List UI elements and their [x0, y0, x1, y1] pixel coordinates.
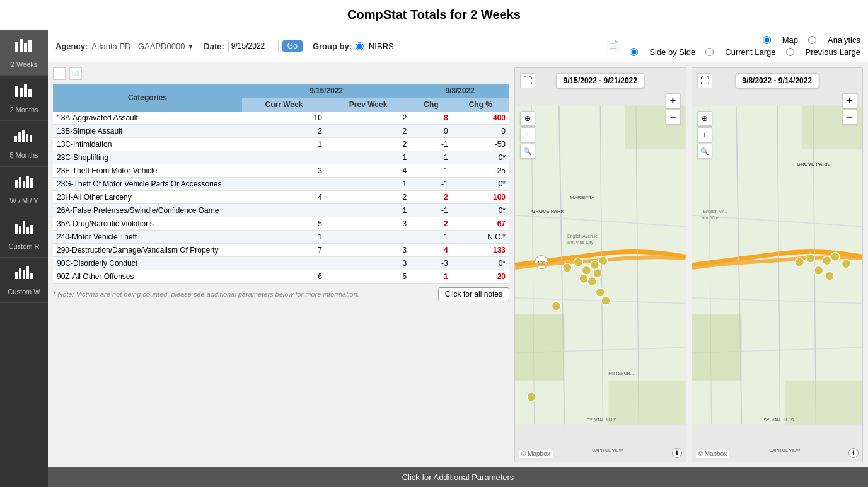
- groupby-nibrs-radio[interactable]: [356, 42, 364, 50]
- layout-mode-row: Side by Side Current Large Previous Larg…: [630, 47, 860, 57]
- current-large-radio[interactable]: [705, 48, 714, 56]
- sidebar-item-2weeks[interactable]: 2 Weeks: [0, 30, 48, 76]
- categories-header: Categories: [53, 84, 242, 112]
- table-row: 35A-Drug/Narcotic Violations53267: [53, 217, 509, 231]
- sidebar-item-2months[interactable]: 2 Months: [0, 76, 48, 121]
- search-btn-current[interactable]: 🔍: [520, 144, 535, 159]
- map-info-btn-previous[interactable]: ℹ: [848, 448, 859, 458]
- svg-point-39: [593, 269, 602, 278]
- chg-pct-header: Chg %: [452, 98, 509, 112]
- chg-pct-cell: 20: [452, 270, 509, 284]
- table-list-icon[interactable]: ☰: [53, 67, 66, 80]
- dropdown-arrow-icon: ▼: [187, 43, 194, 50]
- analytics-label: Analytics: [828, 35, 860, 45]
- prev-week-cell: [326, 231, 410, 244]
- svg-text:GROVE PARK: GROVE PARK: [796, 161, 829, 167]
- date-label: Date:: [204, 42, 224, 51]
- svg-point-44: [552, 302, 560, 311]
- chg-cell: 2: [410, 217, 451, 231]
- chg-pct-cell: 0*: [452, 178, 509, 191]
- table-row: 23G-Theft Of Motor Vehicle Parts Or Acce…: [53, 178, 509, 191]
- search-btn-previous[interactable]: 🔍: [697, 144, 712, 159]
- svg-rect-3: [28, 40, 32, 52]
- notes-button[interactable]: Click for all notes: [438, 287, 509, 301]
- category-cell: 23F-Theft From Motor Vehicle: [53, 164, 242, 178]
- compass-btn-current[interactable]: ↑: [520, 127, 535, 142]
- svg-point-35: [574, 258, 582, 266]
- chg-cell: 1: [410, 270, 451, 284]
- curr-week-cell: 1: [242, 138, 326, 151]
- note-row: * Note: Victims are not being counted, p…: [53, 284, 509, 305]
- svg-point-38: [599, 256, 608, 265]
- date-input[interactable]: [228, 40, 279, 52]
- agency-dropdown[interactable]: Atlanta PD - GAAPD0000 ▼: [91, 42, 194, 51]
- chg-cell: 8: [410, 112, 451, 125]
- table-row: 90Z-All Other Offenses65120: [53, 270, 509, 284]
- svg-rect-0: [15, 42, 18, 52]
- curr-week-header: Curr Week: [242, 98, 326, 112]
- svg-rect-4: [15, 86, 18, 97]
- zoom-in-current[interactable]: +: [666, 93, 681, 108]
- svg-rect-12: [30, 135, 32, 142]
- category-cell: 13C-Intimidation: [53, 138, 242, 151]
- chg-pct-cell: 0*: [452, 257, 509, 270]
- sidebar-item-customr[interactable]: Custom R: [0, 212, 48, 258]
- svg-point-43: [601, 296, 610, 305]
- svg-rect-23: [15, 272, 18, 279]
- previous-large-radio[interactable]: [786, 48, 794, 56]
- svg-rect-18: [15, 224, 18, 234]
- mapbox-logo-previous: © Mapbox: [696, 450, 730, 458]
- svg-point-37: [591, 261, 599, 270]
- zoom-in-previous[interactable]: +: [842, 93, 857, 108]
- pdf-export-icon[interactable]: 📄: [606, 39, 620, 53]
- svg-rect-1: [20, 39, 23, 52]
- map-label: Map: [782, 35, 798, 45]
- svg-point-34: [563, 263, 572, 272]
- sidebar-label-5months: 5 Months: [9, 151, 38, 159]
- chg-pct-cell: 0*: [452, 151, 509, 164]
- sidebar-item-wmy[interactable]: W / M / Y: [0, 167, 48, 212]
- prev-week-cell: 2: [326, 125, 410, 138]
- go-button[interactable]: Go: [282, 40, 303, 52]
- prev-week-cell: 2: [326, 191, 410, 204]
- sidebar-label-2months: 2 Months: [9, 106, 38, 114]
- chg-pct-cell: 133: [452, 244, 509, 257]
- compass-btn-previous[interactable]: ↑: [697, 127, 712, 142]
- svg-rect-11: [26, 134, 28, 142]
- svg-text:CAPITOL VIEW: CAPITOL VIEW: [592, 448, 623, 452]
- curr-week-cell: 3: [242, 164, 326, 178]
- map-radio[interactable]: [763, 36, 771, 44]
- groupby-label: Group by:: [313, 42, 352, 51]
- sidebar-item-customw[interactable]: Custom W: [0, 258, 48, 303]
- collapse-icon-previous[interactable]: ⛶: [697, 73, 712, 88]
- zoom-out-previous[interactable]: −: [842, 110, 857, 125]
- svg-point-40: [587, 277, 596, 286]
- svg-rect-10: [22, 130, 25, 142]
- prev-week-cell: 3: [326, 244, 410, 257]
- date-group: Date: Go: [204, 40, 303, 52]
- table-pdf-icon[interactable]: 📄: [69, 67, 82, 80]
- curr-week-cell: 5: [242, 217, 326, 231]
- full-extent-btn-current[interactable]: ⊕: [520, 111, 535, 126]
- table-row: 240-Motor Vehicle Theft11N.C.*: [53, 231, 509, 244]
- sidebar-label-customw: Custom W: [8, 288, 40, 296]
- full-extent-btn-previous[interactable]: ⊕: [697, 111, 712, 126]
- sidebar-item-5months[interactable]: 5 Months: [0, 121, 48, 166]
- zoom-controls-current: + −: [666, 93, 681, 125]
- bottom-bar[interactable]: Click for Additional Parameters: [48, 467, 868, 487]
- map-info-btn-current[interactable]: ℹ: [672, 448, 682, 458]
- analytics-radio[interactable]: [808, 36, 816, 44]
- svg-text:PITTSBUR...: PITTSBUR...: [608, 371, 634, 375]
- view-mode-row: Map Analytics: [763, 35, 860, 45]
- svg-point-41: [579, 274, 588, 283]
- svg-rect-17: [30, 178, 33, 188]
- chg-pct-cell: 0*: [452, 204, 509, 217]
- prev-week-cell: 1: [326, 178, 410, 191]
- category-cell: 240-Motor Vehicle Theft: [53, 231, 242, 244]
- collapse-icon-current[interactable]: ⛶: [520, 73, 535, 88]
- zoom-out-current[interactable]: −: [666, 110, 681, 125]
- curr-week-cell: 10: [242, 112, 326, 125]
- svg-point-59: [822, 256, 831, 265]
- svg-point-62: [814, 266, 823, 275]
- side-by-side-radio[interactable]: [630, 48, 638, 56]
